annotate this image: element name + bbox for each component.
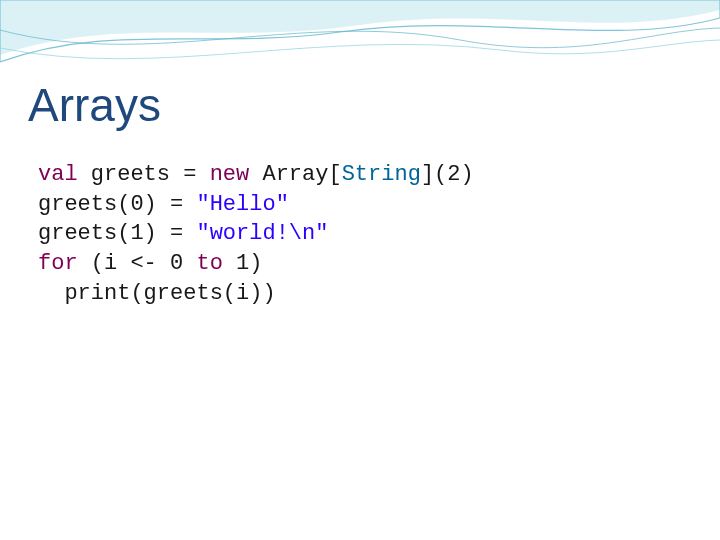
code-line-3: greets(1) = "world!\n" xyxy=(38,221,328,246)
kw-to: to xyxy=(196,251,222,276)
ident-greets: greets xyxy=(78,162,184,187)
type-array-close: ](2) xyxy=(421,162,474,187)
for-close: 1) xyxy=(223,251,263,276)
code-line-4: for (i <- 0 to 1) xyxy=(38,251,262,276)
kw-new: new xyxy=(210,162,250,187)
kw-val: val xyxy=(38,162,78,187)
for-open: (i <- 0 xyxy=(78,251,197,276)
str-world: "world!\n" xyxy=(196,221,328,246)
assign-0: greets(0) = xyxy=(38,192,196,217)
kw-for: for xyxy=(38,251,78,276)
code-line-5: print(greets(i)) xyxy=(38,281,276,306)
type-string: String xyxy=(342,162,421,187)
op-eq: = xyxy=(183,162,209,187)
type-array-open: Array[ xyxy=(249,162,341,187)
code-line-2: greets(0) = "Hello" xyxy=(38,192,289,217)
wave-background xyxy=(0,0,720,90)
code-block: val greets = new Array[String](2) greets… xyxy=(38,160,474,308)
print-call: print(greets(i)) xyxy=(38,281,276,306)
str-hello: "Hello" xyxy=(196,192,288,217)
assign-1: greets(1) = xyxy=(38,221,196,246)
page-title: Arrays xyxy=(28,78,161,132)
code-line-1: val greets = new Array[String](2) xyxy=(38,162,474,187)
